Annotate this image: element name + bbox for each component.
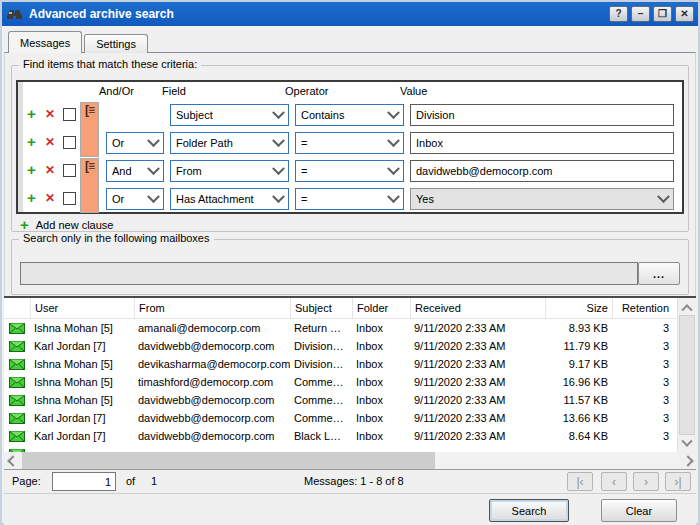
column-received[interactable]: Received (410, 298, 545, 318)
previous-page-button[interactable]: ‹ (601, 472, 627, 491)
tab-strip: Messages Settings (4, 31, 148, 53)
delete-clause-icon[interactable]: ✕ (45, 164, 55, 177)
chevron-down-icon (272, 134, 285, 147)
add-clause-icon[interactable]: + (27, 162, 36, 178)
value-input[interactable]: davidwebb@democorp.com (410, 160, 674, 182)
results-header: User From Subject Folder Received Size R… (4, 298, 678, 319)
maximize-button[interactable]: ❐ (653, 6, 672, 22)
add-clause-icon[interactable]: + (27, 190, 36, 206)
criteria-row: + ✕ Or Has Attachment = Yes (18, 185, 682, 213)
scroll-down-button[interactable] (678, 435, 696, 452)
advanced-archive-search-dialog: Advanced archive search ? – ❐ ✕ Messages… (0, 0, 700, 525)
table-row[interactable]: Ishna Mohan [5] amanali@democorp.com Ret… (4, 319, 678, 337)
envelope-icon (9, 431, 25, 442)
header-field: Field (162, 85, 186, 97)
table-row[interactable]: Ishna Mohan [5] timashford@democorp.com … (4, 373, 678, 391)
title-bar: Advanced archive search ? – ❐ ✕ (2, 2, 698, 26)
message-icon-column-header[interactable] (4, 298, 30, 318)
search-button[interactable]: Search (489, 499, 569, 522)
table-row[interactable]: Ishna Mohan [5] devikasharma@democorp.co… (4, 355, 678, 373)
delete-clause-icon[interactable]: ✕ (45, 108, 55, 121)
help-button[interactable]: ? (609, 6, 628, 22)
clause-checkbox[interactable] (63, 164, 76, 177)
chevron-down-icon (657, 190, 670, 203)
clause-checkbox[interactable] (63, 136, 76, 149)
mailboxes-group-label: Search only in the following mailboxes (19, 232, 214, 244)
scroll-right-button[interactable] (679, 452, 696, 469)
chevron-down-icon (387, 134, 400, 147)
tab-messages[interactable]: Messages (8, 31, 82, 53)
envelope-icon (9, 413, 25, 424)
horizontal-scroll-thumb[interactable] (22, 452, 435, 469)
binoculars-icon (6, 7, 23, 21)
mailboxes-groupbox: Search only in the following mailboxes .… (11, 239, 689, 295)
table-row[interactable]: Karl Jordan [7] davidwebb@democorp.com B… (4, 427, 678, 445)
envelope-icon (9, 359, 25, 370)
scroll-up-button[interactable] (678, 298, 696, 315)
column-from[interactable]: From (134, 298, 290, 318)
table-row[interactable] (4, 445, 678, 452)
add-new-clause-link[interactable]: + Add new clause (20, 218, 113, 232)
andor-select[interactable]: Or (106, 132, 164, 154)
clear-button[interactable]: Clear (601, 499, 677, 522)
chevron-down-icon (387, 190, 400, 203)
andor-select[interactable]: And (106, 160, 164, 182)
vertical-scrollbar[interactable] (677, 298, 696, 452)
chevron-down-icon (147, 134, 160, 147)
scroll-left-button[interactable] (4, 452, 21, 469)
next-page-button[interactable]: › (633, 472, 659, 491)
results-body: Ishna Mohan [5] amanali@democorp.com Ret… (4, 319, 678, 452)
clause-checkbox[interactable] (63, 108, 76, 121)
close-button[interactable]: ✕ (675, 6, 694, 22)
status-bar: Page: of 1 Messages: 1 - 8 of 8 |‹ ‹ › ›… (4, 469, 696, 494)
first-page-button[interactable]: |‹ (567, 472, 593, 491)
minimize-button[interactable]: – (631, 6, 650, 22)
chevron-down-icon (387, 162, 400, 175)
chevron-down-icon (147, 190, 160, 203)
add-clause-icon[interactable]: + (27, 106, 36, 122)
value-input[interactable]: Division (410, 104, 674, 126)
chevron-left-icon (7, 455, 18, 466)
column-retention[interactable]: Retention (612, 298, 673, 318)
criteria-group-label: Find items that match these criteria: (19, 58, 201, 70)
delete-clause-icon[interactable]: ✕ (45, 136, 55, 149)
field-select[interactable]: Subject (170, 104, 289, 126)
field-select[interactable]: Folder Path (170, 132, 289, 154)
value-select[interactable]: Yes (410, 188, 674, 210)
vertical-scroll-thumb[interactable] (679, 315, 695, 435)
last-page-button[interactable]: ›| (665, 472, 691, 491)
chevron-down-icon (272, 106, 285, 119)
column-folder[interactable]: Folder (352, 298, 410, 318)
horizontal-scrollbar[interactable] (4, 452, 696, 469)
page-number-input[interactable] (52, 472, 116, 491)
criteria-grid: And/Or Field Operator Value [≡ [≡ + ✕ Su… (16, 80, 684, 214)
plus-icon: + (20, 218, 29, 232)
column-user[interactable]: User (30, 298, 134, 318)
table-row[interactable]: Karl Jordan [7] davidwebb@democorp.com D… (4, 337, 678, 355)
field-select[interactable]: From (170, 160, 289, 182)
operator-select[interactable]: Contains (295, 104, 404, 126)
window-title: Advanced archive search (29, 7, 174, 21)
add-clause-icon[interactable]: + (27, 134, 36, 150)
column-size[interactable]: Size (545, 298, 612, 318)
messages-tab-page: Find items that match these criteria: An… (4, 52, 696, 296)
tab-settings[interactable]: Settings (84, 34, 148, 53)
chevron-down-icon (681, 435, 692, 446)
delete-clause-icon[interactable]: ✕ (45, 192, 55, 205)
table-row[interactable]: Karl Jordan [7] davidwebb@democorp.com C… (4, 409, 678, 427)
operator-select[interactable]: = (295, 132, 404, 154)
clause-checkbox[interactable] (63, 192, 76, 205)
operator-select[interactable]: = (295, 188, 404, 210)
mailboxes-input[interactable] (20, 262, 638, 285)
chevron-down-icon (272, 162, 285, 175)
column-subject[interactable]: Subject (290, 298, 352, 318)
browse-mailboxes-button[interactable]: ... (638, 262, 680, 285)
of-label: of (126, 475, 135, 487)
value-input[interactable]: Inbox (410, 132, 674, 154)
chevron-up-icon (681, 304, 692, 315)
table-row[interactable]: Ishna Mohan [5] davidwebb@democorp.com C… (4, 391, 678, 409)
field-select[interactable]: Has Attachment (170, 188, 289, 210)
button-bar: Search Clear (4, 493, 696, 525)
andor-select[interactable]: Or (106, 188, 164, 210)
operator-select[interactable]: = (295, 160, 404, 182)
